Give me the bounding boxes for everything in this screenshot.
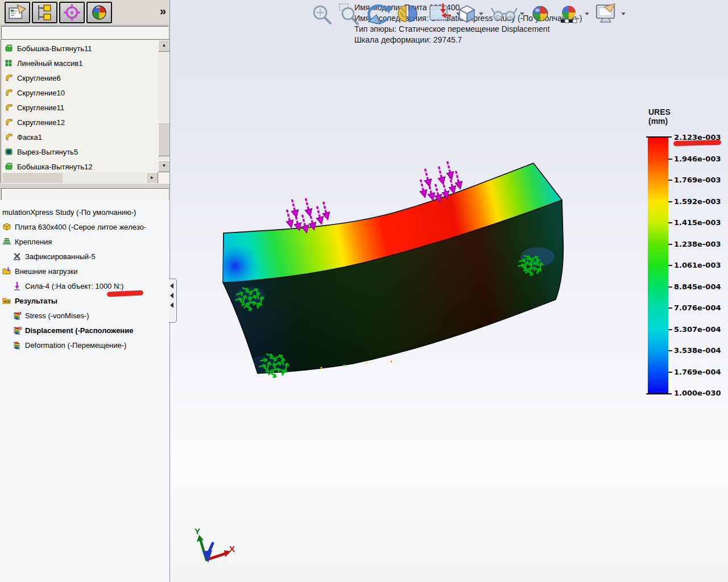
model-name-line: Имя модели: Плита 630x400 [354, 2, 582, 13]
tree-filter-field[interactable] [1, 26, 168, 39]
legend-tick [668, 180, 672, 181]
force-icon [13, 281, 22, 290]
feature-tree-item[interactable]: Скругление10 [2, 85, 157, 100]
appearance-button[interactable] [86, 2, 112, 23]
study-header-field[interactable] [1, 188, 168, 201]
tree-item-label: Плита 630x400 (-Серое литое железо- [15, 223, 146, 231]
tree-item-label: Скругление6 [17, 74, 61, 82]
feature-tree-item[interactable]: Фаска1 [2, 130, 157, 144]
v-scroll-thumb[interactable] [158, 122, 169, 156]
study-tree-item[interactable]: Сила-4 (:На объект: 1000 N:) [0, 278, 169, 293]
legend-value: 8.845e-004 [674, 282, 728, 291]
legend-value: 1.592e-003 [674, 197, 728, 206]
plot-type-line: Тип эпюры: Статическое перемещение Displ… [354, 24, 582, 35]
h-scroll-thumb[interactable] [2, 172, 64, 184]
graphics-viewport[interactable]: Имя модели: Плита 630x400 Имя исследован… [169, 0, 728, 582]
legend-value: 1.415e-003 [674, 218, 728, 227]
study-tree-item[interactable]: Плита 630x400 (-Серое литое железо- [0, 219, 169, 234]
panel-collapse-tab[interactable] [169, 278, 177, 323]
feature-tree-item[interactable]: Скругление6 [2, 70, 157, 85]
tree-item-label: Бобышка-Вытянуть11 [17, 44, 92, 53]
scroll-right-button[interactable]: ► [146, 172, 158, 184]
legend-tick [668, 372, 672, 373]
fillet-icon [5, 103, 14, 112]
plot-u-icon: u [13, 326, 22, 335]
crosshair-icon [60, 3, 84, 22]
collapse-arrow-icon [170, 293, 173, 298]
tree-item-label: Displacement (-Расположение [25, 326, 133, 335]
legend-title: URES (mm) [648, 107, 671, 126]
legend-tick [668, 159, 672, 160]
legend-value: 3.538e-004 [674, 346, 728, 355]
legend-tick [668, 307, 672, 309]
cut-extrude-icon [5, 147, 14, 156]
legend-value: 1.238e-003 [674, 240, 728, 248]
feature-tree-item[interactable]: Скругление11 [2, 100, 157, 115]
tree-item-label: Зафиксированный-5 [25, 252, 96, 261]
toolbar-overflow-chevron[interactable]: » [160, 5, 166, 18]
study-tree-item[interactable]: Deformation (-Перемещение-) [0, 338, 169, 352]
feature-tree: Бобышка-Вытянуть11Линейный массив1Скругл… [1, 39, 169, 184]
select-form-icon [6, 3, 29, 22]
color-sphere-icon [88, 3, 111, 22]
scroll-down-button[interactable]: ▼ [158, 160, 169, 172]
feature-tree-item[interactable]: Вырез-Вытянуть5 [2, 144, 157, 159]
study-tree-item[interactable]: Внешние нагрузки [0, 264, 169, 278]
legend-tick [668, 329, 672, 330]
tree-item-label: mulationXpress Study (-По умолчанию-) [2, 208, 136, 217]
fillet-icon [5, 73, 14, 82]
clamps-icon [2, 237, 11, 246]
legend-tick [668, 222, 672, 223]
tree-display-button[interactable] [32, 2, 57, 23]
study-tree-item[interactable]: mulationXpress Study (-По умолчанию-) [0, 205, 169, 219]
tree-item-label: Внешние нагрузки [15, 267, 77, 276]
tree-item-label: Скругление12 [17, 118, 65, 127]
study-tree-item[interactable]: Крепления [0, 234, 169, 249]
panel-toolbar: » [0, 0, 169, 26]
boss-extrude-icon [5, 44, 14, 53]
study-tree-item[interactable]: Зафиксированный-5 [0, 249, 169, 264]
legend-value: 1.769e-003 [674, 176, 728, 184]
select-form-button[interactable] [5, 2, 30, 23]
legend-value: 7.076e-004 [674, 304, 728, 312]
tree-item-label: Скругление10 [17, 89, 65, 97]
scroll-up-button[interactable]: ▲ [158, 40, 169, 52]
legend-value: 1.946e-003 [674, 155, 728, 163]
solidworks-simulationxpress-window: { "app": { "overflow_chevron": "»" }, "l… [0, 0, 728, 582]
feature-tree-item[interactable]: Линейный массив1 [2, 56, 157, 70]
legend-tick [668, 244, 672, 245]
legend-tick [668, 350, 672, 351]
tree-item-label: Вырез-Вытянуть5 [17, 148, 78, 156]
study-name-line: Имя исследования: SimulationXpress Study… [354, 13, 582, 24]
tree-item-label: Крепления [15, 238, 52, 246]
legend-color-bar [648, 138, 668, 393]
study-tree-item[interactable]: uDisplacement (-Расположение [0, 323, 169, 338]
plot-sigma-icon: σ [13, 311, 22, 320]
legend-tick [668, 286, 672, 288]
linear-pattern-icon [5, 59, 14, 68]
legend-value: 1.061e-003 [674, 261, 728, 269]
legend-bar-bottom-line [646, 393, 672, 394]
feature-manager-panel: » Бобышка-Вытянуть11Линейный массив1Скру… [0, 0, 170, 582]
collapse-arrow-icon [170, 283, 173, 289]
collapse-arrow-icon [170, 302, 173, 308]
h-scroll-track[interactable] [63, 172, 146, 183]
boss-extrude-icon [5, 162, 14, 171]
study-tree-item[interactable]: Результаты [0, 293, 169, 308]
part-icon [2, 222, 11, 231]
fillet-icon [5, 118, 14, 127]
deform-scale-line: Шкала деформации: 29745.7 [354, 35, 582, 45]
study-tree-item[interactable]: σStress (-vonMises-) [0, 308, 169, 323]
feature-tree-item[interactable]: Бобышка-Вытянуть11 [2, 41, 157, 56]
tree-item-label: Deformation (-Перемещение-) [25, 341, 126, 350]
tree-item-label: Фаска1 [17, 133, 42, 142]
crosshair-button[interactable] [59, 2, 85, 23]
tree-item-label: Бобышка-Вытянуть12 [17, 163, 92, 171]
tree-item-label: Сила-4 (:На объект: 1000 N:) [25, 282, 123, 290]
feature-tree-item[interactable]: Скругление12 [2, 115, 157, 130]
legend-bar-top-line [646, 136, 672, 138]
legend-value: 1.769e-004 [674, 368, 728, 376]
legend-tick [668, 265, 672, 266]
tree-item-label: Результаты [15, 297, 57, 305]
svg-text:u: u [18, 326, 22, 331]
